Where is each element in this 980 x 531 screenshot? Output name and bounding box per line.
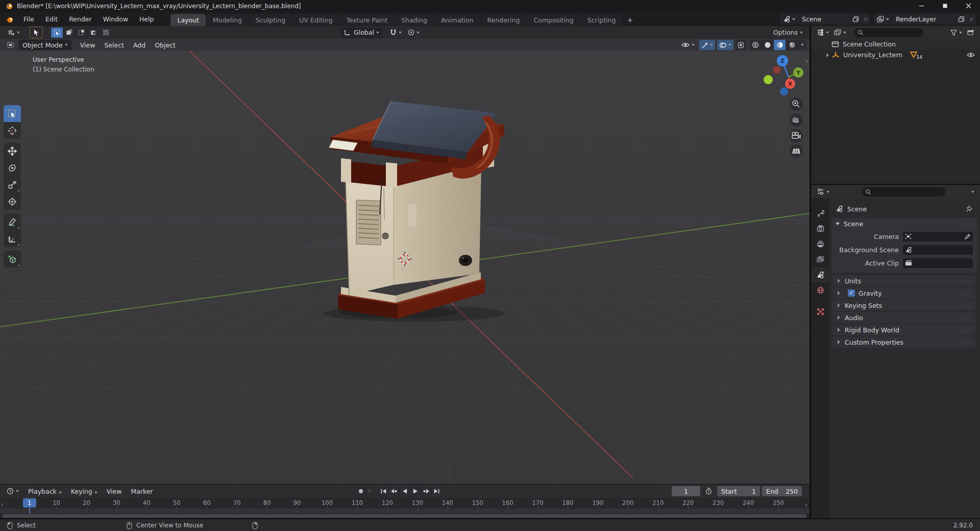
tool-annotate-button[interactable] — [4, 213, 21, 230]
new-collection-button[interactable] — [965, 28, 977, 38]
show-gizmo-toggle[interactable] — [699, 40, 715, 50]
shading-solid-button[interactable] — [762, 40, 774, 50]
xray-toggle[interactable] — [736, 40, 746, 50]
tool-rotate-button[interactable] — [4, 159, 21, 176]
jump-to-start-button[interactable] — [378, 486, 389, 496]
render-layer-name[interactable]: RenderLayer — [892, 15, 956, 23]
scrollbar-handle[interactable] — [2, 514, 806, 518]
prev-keyframe-button[interactable] — [389, 486, 400, 496]
filter-icon[interactable] — [948, 28, 965, 38]
ruler-frame-20[interactable]: 20 — [78, 499, 95, 506]
editor-type-button[interactable] — [4, 40, 17, 50]
playhead-line[interactable] — [29, 508, 30, 514]
scene-name[interactable]: Scene — [798, 15, 850, 23]
show-overlays-toggle[interactable] — [717, 40, 733, 50]
ruler-frame-130[interactable]: 130 — [409, 499, 426, 506]
new-layer-copy-icon[interactable] — [956, 14, 967, 25]
gravity-checkbox[interactable]: ✓ — [848, 289, 855, 297]
tab-scene[interactable] — [811, 267, 829, 282]
tab-sculpting[interactable]: Sculpting — [249, 14, 292, 26]
drag-dots[interactable]: :::: — [964, 221, 973, 227]
tab-uv-editing[interactable]: UV Editing — [292, 14, 339, 26]
ruler-frame-60[interactable]: 60 — [198, 499, 215, 506]
outliner-row-university-lectern[interactable]: University_Lectern 14 — [811, 50, 980, 60]
collapse-sidebar-icon[interactable]: ‹ — [805, 57, 808, 65]
ruler-frame-220[interactable]: 220 — [679, 499, 697, 506]
active-clip-field[interactable] — [903, 258, 973, 268]
timeline-editor-type-button[interactable] — [4, 486, 21, 496]
play-button[interactable] — [410, 486, 421, 496]
frame-start-field[interactable]: Start 1 — [717, 486, 760, 496]
scene-panel-header[interactable]: Scene :::: — [831, 218, 977, 230]
viewport-menu-add[interactable]: Add — [129, 41, 150, 49]
tab-scripting[interactable]: Scripting — [581, 14, 623, 26]
ruler-frame-80[interactable]: 80 — [258, 499, 276, 506]
drag-dots[interactable]: :::: — [962, 278, 971, 284]
outliner-editor-type-button[interactable] — [814, 28, 831, 38]
scene-icon[interactable] — [780, 14, 798, 25]
timeline-track[interactable] — [0, 509, 810, 514]
frame-end-field[interactable]: End 250 — [762, 486, 802, 496]
menu-help[interactable]: Help — [134, 12, 160, 26]
tab-layout[interactable]: Layout — [170, 14, 206, 26]
tab-shading[interactable]: Shading — [395, 14, 434, 26]
active-tool-selector[interactable] — [4, 28, 22, 38]
ruler-frame-240[interactable]: 240 — [740, 499, 757, 506]
properties-search-input[interactable] — [862, 187, 945, 197]
drag-dots[interactable]: :::: — [962, 327, 971, 333]
ruler-frame-50[interactable]: 50 — [168, 499, 185, 506]
select-mode-set-button[interactable] — [51, 28, 63, 38]
tab-modeling[interactable]: Modeling — [206, 14, 249, 26]
tool-add-cube-button[interactable] — [4, 251, 21, 268]
tool-move-button[interactable] — [4, 142, 21, 159]
ruler-frame-210[interactable]: 210 — [649, 499, 667, 506]
jump-to-end-button[interactable] — [432, 486, 442, 496]
ruler-frame-180[interactable]: 180 — [559, 499, 576, 506]
background-scene-field[interactable] — [903, 245, 973, 255]
panel-custom-properties[interactable]: Custom Properties:::: — [832, 336, 976, 348]
panel-audio[interactable]: Audio:::: — [832, 312, 976, 323]
ruler-frame-160[interactable]: 160 — [499, 499, 517, 506]
tab-render[interactable] — [811, 221, 829, 236]
ruler-frame-120[interactable]: 120 — [379, 499, 396, 506]
menu-render[interactable]: Render — [63, 12, 97, 26]
scene-selector[interactable]: Scene ✕ — [780, 14, 870, 25]
shading-dropdown[interactable] — [798, 40, 806, 50]
add-workspace-button[interactable]: + — [623, 14, 637, 26]
maximize-button[interactable] — [933, 0, 957, 12]
viewport-menu-select[interactable]: Select — [100, 41, 129, 49]
ruler-frame-190[interactable]: 190 — [589, 499, 606, 506]
panel-gravity[interactable]: ✓Gravity:::: — [832, 287, 976, 299]
drag-dots[interactable]: :::: — [962, 315, 971, 321]
properties-options-dropdown[interactable] — [969, 187, 977, 197]
tab-view-layer[interactable] — [811, 252, 829, 267]
tool-select-box-button[interactable] — [4, 105, 21, 122]
render-layer-selector[interactable]: RenderLayer ✕ — [874, 14, 976, 25]
snap-toggle-button[interactable] — [388, 28, 404, 38]
eyedropper-icon[interactable] — [965, 233, 971, 239]
tab-tool[interactable] — [811, 206, 829, 221]
tab-output[interactable] — [811, 236, 829, 252]
render-layer-icon[interactable] — [874, 14, 892, 25]
use-preview-range-icon[interactable] — [705, 488, 712, 495]
menu-file[interactable]: File — [18, 12, 40, 26]
tool-measure-button[interactable] — [4, 230, 21, 247]
camera-field[interactable] — [903, 232, 973, 242]
transform-orientation-dropdown[interactable]: Global — [340, 28, 383, 38]
viewport-menu-view[interactable]: View — [76, 41, 100, 49]
close-button[interactable] — [957, 0, 980, 12]
menu-edit[interactable]: Edit — [40, 12, 63, 26]
hide-eye-icon[interactable] — [967, 52, 975, 58]
unlink-scene-icon[interactable]: ✕ — [861, 14, 870, 25]
drag-dots[interactable]: :::: — [962, 340, 971, 345]
select-mode-invert-button[interactable] — [88, 28, 100, 38]
tab-animation[interactable]: Animation — [434, 14, 480, 26]
drag-dots[interactable]: :::: — [962, 291, 971, 296]
object-visibility-dropdown[interactable] — [679, 40, 697, 50]
current-frame-field[interactable]: 1 — [672, 486, 700, 496]
timeline-ruler[interactable]: 1102030405060708090100110120130140150160… — [0, 498, 810, 509]
outliner-search-input[interactable] — [854, 28, 923, 37]
collapse-ruler-icon[interactable]: ‹ — [805, 501, 807, 509]
minimize-button[interactable] — [910, 0, 933, 12]
expand-channels-icon[interactable]: › — [1, 501, 4, 508]
